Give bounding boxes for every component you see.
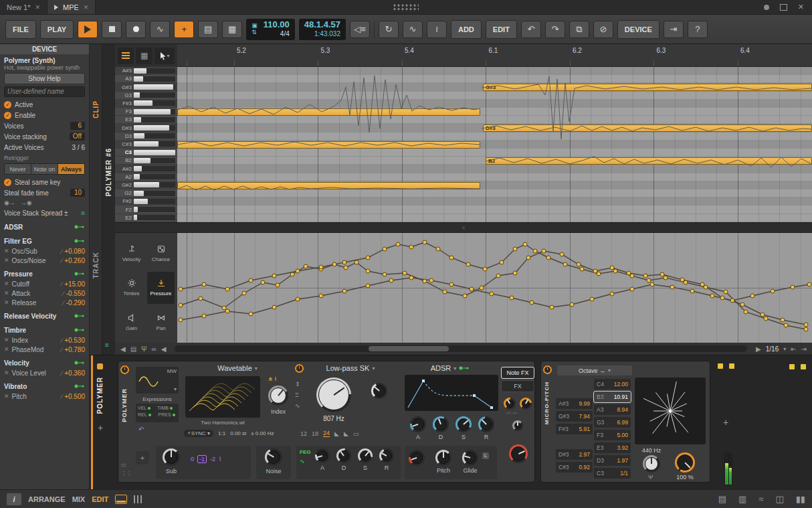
feg-d-knob[interactable] xyxy=(336,448,351,463)
key-G#2[interactable]: G#2 xyxy=(115,181,177,189)
midi-note[interactable]: G#3 xyxy=(483,84,812,91)
key-D3[interactable]: D3 xyxy=(115,133,177,141)
automation-follow-button[interactable]: ∿ xyxy=(403,21,423,38)
remove-mod-icon[interactable]: ✕ xyxy=(4,248,9,254)
env-decay-knob[interactable] xyxy=(433,416,449,432)
osc-mode-header[interactable]: Wavetable▾ xyxy=(184,364,291,372)
pitch-cell-G3[interactable]: G36.99 xyxy=(594,417,631,428)
page-left-icon[interactable]: ◀ xyxy=(161,345,167,353)
fill-button[interactable]: + xyxy=(174,21,194,38)
mod-source-icon[interactable] xyxy=(74,238,85,244)
edit-menu-button[interactable]: EDIT xyxy=(486,20,517,39)
mod-amount[interactable]: +0.080 xyxy=(64,248,85,255)
pitch-cell-value[interactable]: 3.92 xyxy=(617,444,628,451)
pitch-cell-value[interactable]: 2.97 xyxy=(579,451,590,458)
tempo-display[interactable]: ▣ ⇅ 110.00 4/4 xyxy=(246,19,295,40)
close-icon[interactable]: ✕ xyxy=(84,4,89,11)
inspector-section-vibrato[interactable]: Vibrato xyxy=(4,381,85,392)
steal-same-key-toggle[interactable]: ✓ Steal same key xyxy=(4,177,85,187)
record-button[interactable] xyxy=(126,21,146,38)
retrigger-note-on[interactable]: Note on xyxy=(31,164,58,174)
key-F3[interactable]: F3 xyxy=(115,108,177,116)
pitch-cell-F3[interactable]: F35.00 xyxy=(594,430,631,440)
sync-badge[interactable]: ⚡SYNC ▾ xyxy=(184,430,213,437)
mod-row[interactable]: ✕Attack∕-0.550 xyxy=(4,288,85,298)
duplicate-button[interactable]: ⧉ xyxy=(569,21,589,38)
pitch-cell-G#3[interactable]: G#37.94 xyxy=(556,411,593,422)
env-sustain-knob[interactable] xyxy=(455,416,472,432)
noise-knob[interactable] xyxy=(265,448,282,466)
remove-mod-icon[interactable]: ✕ xyxy=(4,257,9,264)
device-menu-button[interactable]: DEVICE xyxy=(617,20,659,39)
add-device-button[interactable]: + xyxy=(98,422,103,433)
mod-source-icon[interactable] xyxy=(459,365,470,371)
steal-fade-value[interactable]: 10 xyxy=(70,189,85,197)
pitch-cell-value[interactable]: 9.99 xyxy=(579,400,590,407)
tempo-value[interactable]: 110.00 xyxy=(264,20,290,30)
add-osc-button[interactable]: + xyxy=(136,451,149,464)
device-name-vertical[interactable]: MICRO-PITCH xyxy=(544,382,550,424)
mod-amount[interactable]: +0.780 xyxy=(64,346,85,353)
file-icon[interactable]: ▥ xyxy=(738,494,746,504)
osc-shape-box[interactable]: MW ▾ xyxy=(136,367,179,394)
feg-s-knob[interactable] xyxy=(358,448,373,463)
mod-row[interactable]: ✕Osc/Sub∕+0.080 xyxy=(4,246,85,256)
envelope-header[interactable]: ADSR▾ xyxy=(406,364,494,372)
glide-legato-badge[interactable]: L xyxy=(482,452,489,459)
pitch-knob[interactable] xyxy=(435,450,451,466)
add-menu-button[interactable]: ADD xyxy=(451,20,482,39)
slope-24[interactable]: 24 xyxy=(323,430,330,437)
scrollbar-thumb[interactable] xyxy=(369,346,449,351)
mod-amount[interactable]: +0.260 xyxy=(64,257,85,264)
midi-note[interactable] xyxy=(177,182,480,189)
key-F#2[interactable]: F#2 xyxy=(115,197,177,205)
pitch-cell-C3[interactable]: C31/1 xyxy=(594,468,631,479)
close-icon[interactable]: ✕ xyxy=(35,4,40,11)
mix-knob[interactable] xyxy=(512,420,523,431)
inspector-section-timbre[interactable]: Timbre xyxy=(4,325,85,335)
key-E3[interactable]: E3 xyxy=(115,116,177,124)
pitch-cell-D#3[interactable]: D#32.97 xyxy=(556,449,593,460)
arrange-tab[interactable]: ARRANGE xyxy=(28,495,66,503)
key-F#3[interactable]: F#3 xyxy=(115,100,177,108)
index-knob[interactable] xyxy=(268,386,288,406)
mod-amount[interactable]: +15.00 xyxy=(64,280,85,288)
active-toggle[interactable]: ✓ Active xyxy=(4,99,85,110)
key-G2[interactable]: G2 xyxy=(115,189,177,197)
slope-shape-icon[interactable]: ◣ xyxy=(334,430,339,437)
expression-lane[interactable] xyxy=(177,233,812,343)
console-button[interactable]: ▤ xyxy=(198,21,218,38)
mod-row[interactable]: ✕Pitch∕+0.500 xyxy=(4,392,85,401)
feg-a-knob[interactable] xyxy=(315,448,330,463)
overdub-button[interactable]: ∿ xyxy=(150,21,170,38)
reference-pitch[interactable]: 440 Hz xyxy=(635,447,668,454)
timeline-ruler[interactable]: 5.25.35.46.16.26.36.4 xyxy=(177,44,812,67)
filter-power-button[interactable] xyxy=(295,364,304,373)
play-menu-button[interactable]: PLAY xyxy=(40,20,74,39)
expression-button-chance[interactable]: Chance xyxy=(147,237,175,270)
shaper-knob-2[interactable] xyxy=(520,398,532,410)
pitch-cell-value[interactable]: 1.97 xyxy=(617,457,628,464)
help-button[interactable]: ? xyxy=(688,21,708,38)
device-name-vertical[interactable]: POLYMER xyxy=(121,388,128,422)
position-display[interactable]: 48.1.4.57 1:43.032 xyxy=(299,19,346,40)
expression-button-velocity[interactable]: Velocity xyxy=(118,237,145,270)
pitch-cell-value[interactable]: 5.91 xyxy=(579,426,590,432)
pitch-cell-value[interactable]: 5.00 xyxy=(617,432,628,438)
expressions-box[interactable]: VEL TIMB REL PRES xyxy=(136,404,179,422)
note-out-icon[interactable]: →◉ xyxy=(21,199,32,206)
editor-divider[interactable]: ≡ xyxy=(115,222,812,233)
mod-amount[interactable]: -0.290 xyxy=(66,299,85,307)
mod-source-icon[interactable] xyxy=(74,360,85,365)
pitch-cell-A#3[interactable]: A#39.99 xyxy=(556,398,593,409)
mix-tab[interactable]: MIX xyxy=(72,495,86,503)
mod-row[interactable]: ✕Release∕-0.290 xyxy=(4,298,85,307)
mod-amount[interactable]: +0.360 xyxy=(64,369,85,377)
pitch-cell-A3[interactable]: A38.94 xyxy=(594,404,631,415)
grid-resolution[interactable]: 1/16 xyxy=(766,345,779,353)
feg-r-knob[interactable] xyxy=(379,448,394,463)
mod-amount[interactable]: -0.550 xyxy=(66,290,85,297)
layers-icon[interactable]: ≡ xyxy=(105,341,109,349)
slope-shape-icon[interactable]: ◣ xyxy=(344,430,348,437)
retrigger-always[interactable]: Always xyxy=(58,164,84,174)
